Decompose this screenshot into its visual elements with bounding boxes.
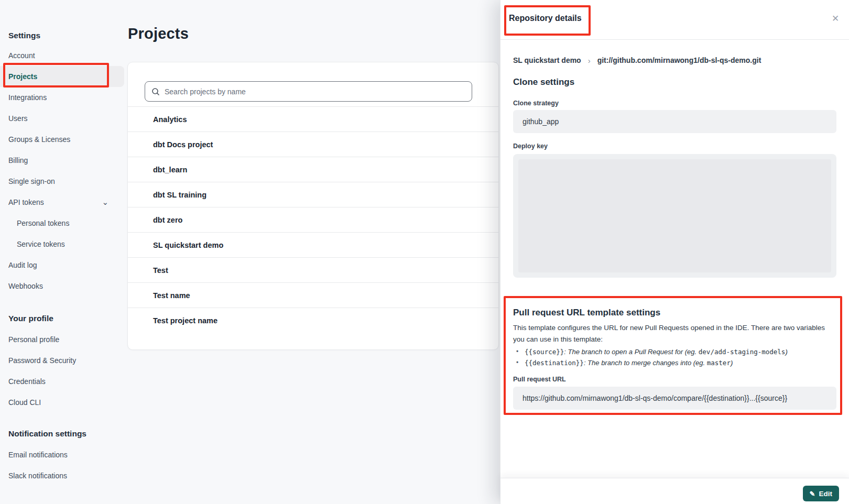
sidebar-item[interactable]: Projects ⌄ [0, 66, 124, 87]
sidebar-item[interactable]: Credentials ⌄ [0, 371, 124, 392]
pr-variable-item: {{source}}: The branch to open a Pull Re… [513, 346, 836, 357]
sidebar-item-label: Integrations [8, 93, 47, 102]
sidebar-item[interactable]: Personal tokens ⌄ [0, 213, 124, 234]
sidebar-item[interactable]: Account ⌄ [0, 45, 124, 66]
chevron-down-icon[interactable]: ⌄ [102, 192, 108, 213]
sidebar-item[interactable]: API tokens ⌄ [0, 192, 124, 213]
deploy-key-box [513, 154, 836, 278]
sidebar-item[interactable]: Billing ⌄ [0, 150, 124, 171]
sidebar-items-profile: Personal profile ⌄ Password & Security ⌄… [0, 329, 124, 413]
variable-code: {{destination}} [525, 359, 584, 367]
sidebar-item[interactable]: Service tokens ⌄ [0, 234, 124, 255]
sidebar-item[interactable]: Groups & Licenses ⌄ [0, 129, 124, 150]
sidebar-section-settings: Settings Account ⌄ Projects ⌄ Integratio… [0, 26, 124, 297]
sidebar-item[interactable]: Integrations ⌄ [0, 87, 124, 108]
project-row[interactable]: Test project name [128, 308, 498, 333]
drawer-footer: ✎ Edit [500, 478, 849, 504]
sidebar-item[interactable]: Webhooks ⌄ [0, 276, 124, 297]
pencil-icon: ✎ [810, 490, 815, 498]
variable-description: : The branch to merge changes into (eg. [584, 359, 707, 367]
sidebar-item[interactable]: Users ⌄ [0, 108, 124, 129]
project-row[interactable]: dbt zero [128, 207, 498, 232]
sidebar-item[interactable]: Email notifications ⌄ [0, 444, 124, 465]
deploy-key-redacted-value [518, 159, 831, 272]
sidebar-item[interactable]: Cloud CLI ⌄ [0, 392, 124, 413]
chevron-right-icon: › [588, 56, 591, 65]
sidebar-item-label: Personal tokens [17, 219, 69, 227]
drawer-body: SL quickstart demo › git://github.com/mi… [500, 52, 849, 410]
sidebar-item-label: Webhooks [8, 282, 43, 290]
clone-strategy-label: Clone strategy [513, 100, 836, 107]
sidebar-item-label: Slack notifications [8, 472, 67, 480]
project-row[interactable]: dbt Docs project [128, 132, 498, 157]
variable-suffix: ) [731, 359, 733, 367]
clone-settings-heading: Clone settings [513, 75, 836, 89]
sidebar-heading-settings: Settings [0, 26, 124, 45]
sidebar-item[interactable]: Single sign-on ⌄ [0, 171, 124, 192]
sidebar-item[interactable]: Audit log ⌄ [0, 255, 124, 276]
sidebar-items-settings: Account ⌄ Projects ⌄ Integrations ⌄ User… [0, 45, 124, 297]
pr-variable-item: {{destination}}: The branch to merge cha… [513, 357, 836, 368]
edit-button[interactable]: ✎ Edit [803, 486, 839, 501]
sidebar-section-profile: Your profile Personal profile ⌄ Password… [0, 308, 124, 413]
sidebar-section-notifications: Notification settings Email notification… [0, 423, 124, 486]
sidebar-item-label: Single sign-on [8, 177, 55, 185]
deploy-key-label: Deploy key [513, 143, 836, 150]
projects-card: Analytics dbt Docs project dbt_learn dbt… [127, 62, 499, 350]
project-row[interactable]: Analytics [128, 106, 498, 132]
breadcrumb: SL quickstart demo › git://github.com/mi… [513, 52, 836, 68]
pr-template-variables: {{source}}: The branch to open a Pull Re… [513, 346, 836, 368]
breadcrumb-repo-url: git://github.com/mirnawong1/db-sl-qs-dem… [597, 56, 761, 64]
sidebar-item-label: Billing [8, 156, 28, 165]
pull-request-url-section: Pull request URL template settings This … [513, 306, 836, 410]
sidebar-item-label: Audit log [8, 261, 37, 269]
settings-sidebar: Settings Account ⌄ Projects ⌄ Integratio… [0, 26, 124, 486]
clone-strategy-value: github_app [513, 110, 836, 133]
close-icon[interactable]: ✕ [828, 11, 843, 26]
repository-details-drawer: Repository details ✕ SL quickstart demo … [500, 0, 849, 504]
sidebar-item[interactable]: Slack notifications ⌄ [0, 465, 124, 486]
sidebar-item-label: Projects [8, 72, 37, 81]
sidebar-item-label: Account [8, 51, 35, 60]
sidebar-item-label: Users [8, 114, 28, 123]
variable-example: dev/add-staging-models [699, 348, 786, 356]
project-row[interactable]: Test name [128, 282, 498, 308]
sidebar-item[interactable]: Personal profile ⌄ [0, 329, 124, 350]
project-row[interactable]: dbt SL training [128, 182, 498, 207]
variable-description: : The branch to open a Pull Request for … [564, 348, 699, 356]
variable-code: {{source}} [525, 348, 564, 356]
variable-suffix: ) [785, 348, 787, 356]
page-title: Projects [128, 25, 189, 42]
pr-template-description: This template configures the URL for new… [513, 322, 836, 345]
sidebar-item-label: Email notifications [8, 451, 68, 459]
project-row[interactable]: SL quickstart demo [128, 232, 498, 257]
edit-button-label: Edit [819, 490, 833, 498]
sidebar-item-label: Personal profile [8, 335, 59, 344]
project-row[interactable]: dbt_learn [128, 157, 498, 182]
sidebar-item-label: Cloud CLI [8, 398, 41, 407]
sidebar-heading-your-profile: Your profile [0, 308, 124, 329]
drawer-title: Repository details [509, 14, 582, 23]
sidebar-items-notifications: Email notifications ⌄ Slack notification… [0, 444, 124, 486]
sidebar-item-label: Service tokens [17, 240, 65, 248]
project-row[interactable]: Test [128, 257, 498, 282]
pull-request-url-label: Pull request URL [513, 376, 836, 384]
sidebar-item[interactable]: Password & Security ⌄ [0, 350, 124, 371]
search-input[interactable] [165, 87, 465, 96]
pr-template-heading: Pull request URL template settings [513, 306, 836, 319]
variable-example: master [707, 359, 731, 367]
breadcrumb-project-name: SL quickstart demo [513, 56, 581, 64]
project-list: Analytics dbt Docs project dbt_learn dbt… [128, 106, 498, 333]
sidebar-item-label: Credentials [8, 377, 46, 386]
project-search[interactable] [145, 81, 472, 102]
sidebar-heading-notification-settings: Notification settings [0, 423, 124, 444]
drawer-header: Repository details ✕ [500, 0, 849, 40]
sidebar-item-label: Password & Security [8, 356, 76, 365]
sidebar-item-label: API tokens [8, 198, 44, 206]
search-icon [151, 87, 160, 96]
pull-request-url-value: https://github.com/mirnawong1/db-sl-qs-d… [513, 387, 836, 410]
sidebar-item-label: Groups & Licenses [8, 135, 70, 144]
